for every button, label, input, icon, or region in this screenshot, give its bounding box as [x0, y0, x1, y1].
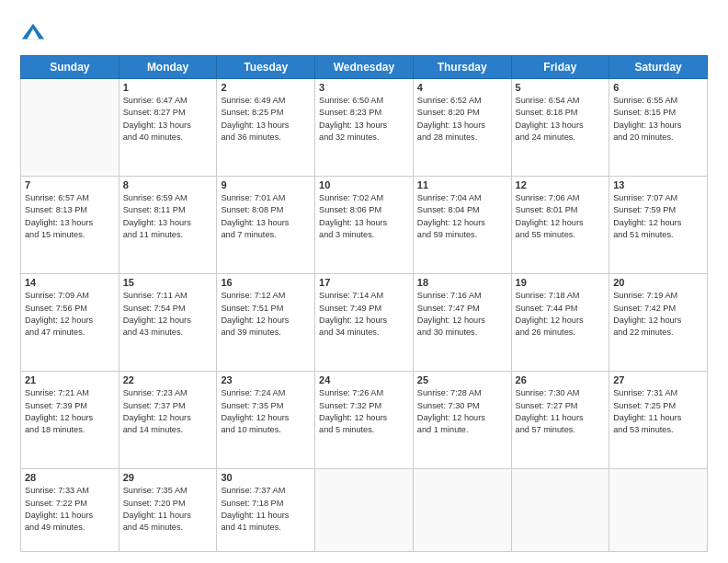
day-number: 8	[123, 179, 213, 190]
day-number: 25	[417, 374, 507, 385]
calendar-day-cell: 7Sunrise: 6:57 AMSunset: 8:13 PMDaylight…	[21, 177, 119, 274]
calendar-day-cell: 8Sunrise: 6:59 AMSunset: 8:11 PMDaylight…	[119, 177, 217, 274]
day-number: 26	[516, 374, 606, 385]
calendar-day-cell: 12Sunrise: 7:06 AMSunset: 8:01 PMDayligh…	[511, 177, 609, 274]
day-number: 14	[25, 277, 115, 288]
calendar-day-header: Tuesday	[217, 56, 315, 79]
day-info: Sunrise: 6:54 AMSunset: 8:18 PMDaylight:…	[516, 95, 606, 144]
calendar-day-header: Friday	[511, 56, 609, 79]
day-info: Sunrise: 7:30 AMSunset: 7:27 PMDaylight:…	[516, 387, 606, 436]
logo	[20, 20, 50, 46]
day-info: Sunrise: 7:21 AMSunset: 7:39 PMDaylight:…	[25, 387, 115, 436]
day-info: Sunrise: 7:07 AMSunset: 7:59 PMDaylight:…	[613, 192, 703, 241]
day-info: Sunrise: 7:33 AMSunset: 7:22 PMDaylight:…	[25, 485, 115, 534]
calendar-day-cell: 20Sunrise: 7:19 AMSunset: 7:42 PMDayligh…	[609, 274, 708, 372]
calendar-day-cell	[413, 469, 511, 552]
day-number: 4	[417, 82, 507, 93]
day-info: Sunrise: 7:37 AMSunset: 7:18 PMDaylight:…	[221, 485, 311, 534]
calendar-day-cell: 1Sunrise: 6:47 AMSunset: 8:27 PMDaylight…	[119, 79, 217, 177]
calendar-week-row: 28Sunrise: 7:33 AMSunset: 7:22 PMDayligh…	[21, 469, 708, 552]
day-info: Sunrise: 7:09 AMSunset: 7:56 PMDaylight:…	[25, 290, 115, 339]
calendar-day-cell: 2Sunrise: 6:49 AMSunset: 8:25 PMDaylight…	[217, 79, 315, 177]
day-number: 16	[221, 277, 311, 288]
calendar-day-cell	[315, 469, 414, 552]
calendar-day-cell: 27Sunrise: 7:31 AMSunset: 7:25 PMDayligh…	[609, 372, 708, 469]
day-info: Sunrise: 7:16 AMSunset: 7:47 PMDaylight:…	[417, 290, 507, 339]
calendar-week-row: 7Sunrise: 6:57 AMSunset: 8:13 PMDaylight…	[21, 177, 708, 274]
day-info: Sunrise: 7:31 AMSunset: 7:25 PMDaylight:…	[613, 387, 703, 436]
day-number: 9	[221, 179, 311, 190]
day-number: 1	[123, 82, 213, 93]
day-number: 2	[221, 82, 311, 93]
day-number: 12	[516, 179, 606, 190]
calendar-day-cell	[609, 469, 708, 552]
calendar-day-cell: 14Sunrise: 7:09 AMSunset: 7:56 PMDayligh…	[21, 274, 119, 372]
day-info: Sunrise: 6:49 AMSunset: 8:25 PMDaylight:…	[221, 95, 311, 144]
header	[20, 17, 708, 46]
calendar-day-cell: 21Sunrise: 7:21 AMSunset: 7:39 PMDayligh…	[21, 372, 119, 469]
day-info: Sunrise: 7:26 AMSunset: 7:32 PMDaylight:…	[319, 387, 409, 436]
calendar-day-cell: 26Sunrise: 7:30 AMSunset: 7:27 PMDayligh…	[511, 372, 609, 469]
day-number: 10	[319, 179, 409, 190]
calendar-day-cell: 5Sunrise: 6:54 AMSunset: 8:18 PMDaylight…	[511, 79, 609, 177]
calendar-day-cell: 11Sunrise: 7:04 AMSunset: 8:04 PMDayligh…	[413, 177, 511, 274]
day-info: Sunrise: 7:01 AMSunset: 8:08 PMDaylight:…	[221, 192, 311, 241]
calendar-day-header: Saturday	[609, 56, 708, 79]
day-number: 29	[123, 472, 213, 483]
day-info: Sunrise: 7:04 AMSunset: 8:04 PMDaylight:…	[417, 192, 507, 241]
day-number: 23	[221, 374, 311, 385]
calendar-table: SundayMondayTuesdayWednesdayThursdayFrid…	[20, 55, 708, 552]
calendar-day-cell: 22Sunrise: 7:23 AMSunset: 7:37 PMDayligh…	[119, 372, 217, 469]
day-number: 15	[123, 277, 213, 288]
calendar-day-cell: 25Sunrise: 7:28 AMSunset: 7:30 PMDayligh…	[413, 372, 511, 469]
day-number: 13	[613, 179, 703, 190]
day-number: 17	[319, 277, 409, 288]
calendar-day-cell: 28Sunrise: 7:33 AMSunset: 7:22 PMDayligh…	[21, 469, 119, 552]
calendar-day-cell: 9Sunrise: 7:01 AMSunset: 8:08 PMDaylight…	[217, 177, 315, 274]
day-info: Sunrise: 7:19 AMSunset: 7:42 PMDaylight:…	[613, 290, 703, 339]
day-info: Sunrise: 7:18 AMSunset: 7:44 PMDaylight:…	[516, 290, 606, 339]
calendar-day-cell: 3Sunrise: 6:50 AMSunset: 8:23 PMDaylight…	[315, 79, 414, 177]
calendar-day-cell: 30Sunrise: 7:37 AMSunset: 7:18 PMDayligh…	[217, 469, 315, 552]
calendar-day-cell: 13Sunrise: 7:07 AMSunset: 7:59 PMDayligh…	[609, 177, 708, 274]
day-number: 24	[319, 374, 409, 385]
day-number: 21	[25, 374, 115, 385]
page: SundayMondayTuesdayWednesdayThursdayFrid…	[0, 0, 728, 563]
day-info: Sunrise: 7:35 AMSunset: 7:20 PMDaylight:…	[123, 485, 213, 534]
day-number: 18	[417, 277, 507, 288]
day-number: 20	[613, 277, 703, 288]
day-info: Sunrise: 6:55 AMSunset: 8:15 PMDaylight:…	[613, 95, 703, 144]
day-info: Sunrise: 6:50 AMSunset: 8:23 PMDaylight:…	[319, 95, 409, 144]
day-info: Sunrise: 7:28 AMSunset: 7:30 PMDaylight:…	[417, 387, 507, 436]
calendar-week-row: 1Sunrise: 6:47 AMSunset: 8:27 PMDaylight…	[21, 79, 708, 177]
day-number: 6	[613, 82, 703, 93]
logo-icon	[20, 20, 46, 46]
day-number: 30	[221, 472, 311, 483]
day-info: Sunrise: 7:23 AMSunset: 7:37 PMDaylight:…	[123, 387, 213, 436]
calendar-day-header: Thursday	[413, 56, 511, 79]
day-number: 22	[123, 374, 213, 385]
calendar-day-cell	[511, 469, 609, 552]
calendar-day-cell	[21, 79, 119, 177]
svg-rect-2	[30, 36, 36, 40]
day-info: Sunrise: 7:02 AMSunset: 8:06 PMDaylight:…	[319, 192, 409, 241]
calendar-day-header: Sunday	[21, 56, 119, 79]
day-number: 5	[516, 82, 606, 93]
calendar-day-cell: 19Sunrise: 7:18 AMSunset: 7:44 PMDayligh…	[511, 274, 609, 372]
calendar-header-row: SundayMondayTuesdayWednesdayThursdayFrid…	[21, 56, 708, 79]
day-info: Sunrise: 6:52 AMSunset: 8:20 PMDaylight:…	[417, 95, 507, 144]
day-info: Sunrise: 7:06 AMSunset: 8:01 PMDaylight:…	[516, 192, 606, 241]
day-number: 7	[25, 179, 115, 190]
day-info: Sunrise: 7:11 AMSunset: 7:54 PMDaylight:…	[123, 290, 213, 339]
calendar-week-row: 14Sunrise: 7:09 AMSunset: 7:56 PMDayligh…	[21, 274, 708, 372]
day-info: Sunrise: 7:14 AMSunset: 7:49 PMDaylight:…	[319, 290, 409, 339]
day-info: Sunrise: 6:57 AMSunset: 8:13 PMDaylight:…	[25, 192, 115, 241]
calendar-day-cell: 17Sunrise: 7:14 AMSunset: 7:49 PMDayligh…	[315, 274, 414, 372]
day-info: Sunrise: 6:59 AMSunset: 8:11 PMDaylight:…	[123, 192, 213, 241]
calendar-day-cell: 23Sunrise: 7:24 AMSunset: 7:35 PMDayligh…	[217, 372, 315, 469]
day-info: Sunrise: 7:12 AMSunset: 7:51 PMDaylight:…	[221, 290, 311, 339]
calendar-day-cell: 18Sunrise: 7:16 AMSunset: 7:47 PMDayligh…	[413, 274, 511, 372]
day-number: 11	[417, 179, 507, 190]
calendar-week-row: 21Sunrise: 7:21 AMSunset: 7:39 PMDayligh…	[21, 372, 708, 469]
calendar-day-cell: 29Sunrise: 7:35 AMSunset: 7:20 PMDayligh…	[119, 469, 217, 552]
